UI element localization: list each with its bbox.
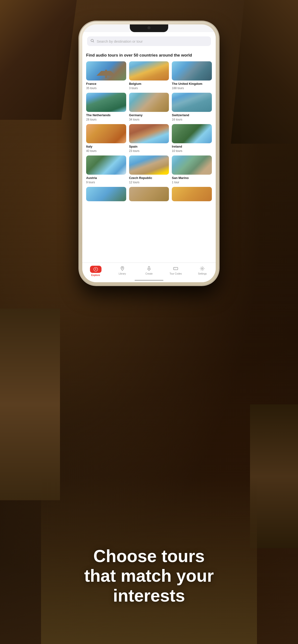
beam-decor-bottom-left	[0, 308, 60, 500]
card-name: San Marino	[172, 176, 212, 180]
search-icon	[90, 39, 94, 44]
card-name: The Netherlands	[86, 113, 126, 118]
card-name: The United Kingdom	[172, 82, 212, 86]
phone-notch	[130, 24, 168, 32]
card-tours: 35 tours	[86, 86, 126, 90]
tab-label-create: Create	[145, 272, 153, 275]
home-indicator	[135, 280, 163, 281]
tab-bar: Explore Library Create Tour Codes Settin…	[82, 262, 216, 282]
card-name: Belgium	[129, 82, 169, 86]
destination-card-the-netherlands[interactable]: The Netherlands 28 tours	[86, 93, 126, 121]
card-tours: 40 tours	[86, 149, 126, 152]
card-tours: 12 tours	[129, 181, 169, 184]
card-name: Germany	[129, 113, 169, 118]
card-image	[86, 93, 126, 112]
destination-card-spain[interactable]: Spain 23 tours	[129, 124, 169, 152]
destination-card-austria[interactable]: Austria 9 tours	[86, 156, 126, 184]
card-name: Spain	[129, 145, 169, 149]
section-title: Find audio tours in over 50 countries ar…	[86, 49, 212, 61]
tab-tour-codes[interactable]: Tour Codes	[163, 265, 189, 278]
card-tours: 3 tours	[129, 86, 169, 90]
partial-card-3	[172, 187, 212, 201]
phone-content: Search by destination or tour Find audio…	[82, 32, 216, 282]
card-tours: 1 tour	[172, 181, 212, 184]
partial-row	[86, 187, 212, 201]
tab-label-library: Library	[119, 272, 126, 275]
card-tours: 23 tours	[129, 149, 169, 152]
destinations-grid: France 35 tours Belgium 3 tours The Unit…	[86, 61, 212, 184]
card-tours: 16 tours	[172, 118, 212, 121]
card-image	[172, 124, 212, 143]
tab-create[interactable]: Create	[135, 265, 162, 278]
card-image	[86, 156, 126, 175]
svg-rect-5	[148, 266, 150, 269]
destination-card-czech-republic[interactable]: Czech Republic 12 tours	[129, 156, 169, 184]
tab-icon-tour codes	[173, 266, 179, 272]
destination-card-the-united-kingdom[interactable]: The United Kingdom 188 tours	[172, 61, 212, 90]
front-camera	[147, 26, 151, 29]
svg-marker-3	[95, 268, 96, 270]
search-container: Search by destination or tour	[82, 32, 216, 49]
tagline-text: Choose tours that match your interests	[14, 546, 284, 606]
card-name: Austria	[86, 176, 126, 180]
card-image	[129, 61, 169, 80]
content-area[interactable]: Find audio tours in over 50 countries ar…	[82, 49, 216, 262]
card-image	[86, 124, 126, 143]
partial-card-1	[86, 187, 126, 201]
card-image	[129, 124, 169, 143]
tab-label-explore: Explore	[91, 274, 100, 276]
bottom-tagline: Choose tours that match your interests	[0, 546, 298, 606]
phone-frame: Search by destination or tour Find audio…	[79, 22, 219, 285]
destination-card-italy[interactable]: Italy 40 tours	[86, 124, 126, 152]
search-bar[interactable]: Search by destination or tour	[87, 36, 211, 46]
tab-library[interactable]: Library	[109, 265, 135, 278]
card-image	[172, 156, 212, 175]
tab-explore[interactable]: Explore	[82, 265, 109, 278]
tab-icon-settings	[199, 266, 205, 272]
card-tours: 28 tours	[86, 118, 126, 121]
phone-screen: Search by destination or tour Find audio…	[82, 24, 216, 282]
svg-rect-7	[174, 268, 178, 270]
destination-card-san-marino[interactable]: San Marino 1 tour	[172, 156, 212, 184]
svg-line-1	[93, 42, 94, 42]
card-image	[172, 61, 212, 80]
destination-card-switzerland[interactable]: Switzerland 16 tours	[172, 93, 212, 121]
card-image	[86, 61, 126, 80]
beam-decor-bottom-right	[250, 404, 298, 548]
card-image	[129, 156, 169, 175]
card-image	[129, 93, 169, 112]
partial-card-2	[129, 187, 169, 201]
card-tours: 9 tours	[86, 181, 126, 184]
search-placeholder: Search by destination or tour	[97, 39, 143, 43]
tab-icon-explore	[90, 266, 101, 273]
phone-mockup: Search by destination or tour Find audio…	[79, 22, 219, 285]
tab-icon-library	[119, 266, 125, 272]
card-tours: 10 tours	[172, 149, 212, 152]
svg-point-9	[202, 268, 203, 269]
card-image	[172, 93, 212, 112]
destination-card-ireland[interactable]: Ireland 10 tours	[172, 124, 212, 152]
destination-card-france[interactable]: France 35 tours	[86, 61, 126, 90]
card-name: Ireland	[172, 145, 212, 149]
card-name: Italy	[86, 145, 126, 149]
card-tours: 188 tours	[172, 86, 212, 90]
tab-label-settings: Settings	[198, 272, 207, 275]
tab-label-tour codes: Tour Codes	[170, 272, 182, 275]
destination-card-germany[interactable]: Germany 34 tours	[129, 93, 169, 121]
card-name: Czech Republic	[129, 176, 169, 180]
card-name: Switzerland	[172, 113, 212, 118]
destination-card-belgium[interactable]: Belgium 3 tours	[129, 61, 169, 90]
card-tours: 34 tours	[129, 118, 169, 121]
svg-point-4	[122, 268, 123, 268]
tab-settings[interactable]: Settings	[189, 265, 216, 278]
tab-icon-create	[146, 266, 152, 272]
card-name: France	[86, 82, 126, 86]
